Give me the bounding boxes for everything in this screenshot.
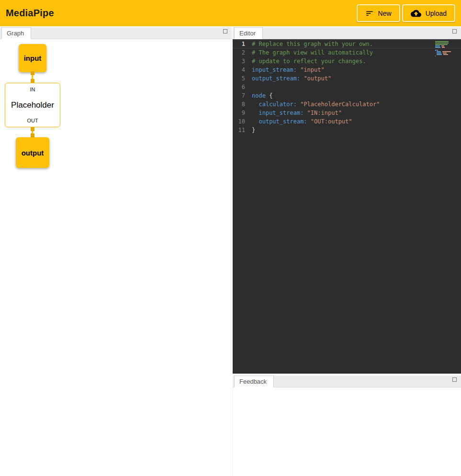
code-lines: 1# Replace this graph with your own.2# T… (233, 40, 461, 134)
graph-node-placeholder[interactable]: IN Placeholder OUT (5, 83, 60, 127)
line-content: input_stream: "input" (252, 66, 325, 74)
line-number: 6 (233, 83, 252, 91)
line-content: input_stream: "IN:input" (252, 109, 342, 117)
line-number: 3 (233, 57, 252, 66)
code-editor[interactable]: 1# Replace this graph with your own.2# T… (233, 39, 461, 374)
graph-node-placeholder-label: Placeholder (11, 100, 54, 110)
line-content: # update to reflect your changes. (252, 57, 366, 66)
code-line[interactable]: 6 (233, 83, 461, 91)
line-content: # Replace this graph with your own. (252, 40, 373, 48)
placeholder-in-port-label: IN (30, 87, 35, 92)
line-content: output_stream: "output" (252, 74, 331, 83)
graph-node-input-label: input (24, 54, 42, 62)
app-title: MediaPipe (6, 8, 54, 19)
code-line[interactable]: 10 output_stream: "OUT:output" (233, 117, 461, 126)
code-line[interactable]: 7node { (233, 91, 461, 100)
cloud-upload-icon (411, 8, 421, 19)
code-line[interactable]: 8 calculator: "PlaceholderCalculator" (233, 100, 461, 109)
graph-node-output[interactable]: output (16, 137, 49, 168)
upload-button[interactable]: Upload (402, 4, 455, 22)
line-number: 4 (233, 66, 252, 74)
line-number: 7 (233, 91, 252, 100)
tab-editor[interactable]: Editor (234, 27, 263, 39)
app-header: MediaPipe New Upload (0, 0, 461, 26)
tab-graph[interactable]: Graph (1, 27, 31, 39)
line-number: 8 (233, 100, 252, 109)
line-content: node { (252, 91, 272, 100)
graph-node-input[interactable]: input (19, 44, 46, 72)
code-line[interactable]: 9 input_stream: "IN:input" (233, 109, 461, 117)
code-line[interactable]: 5output_stream: "output" (233, 74, 461, 83)
code-line[interactable]: 2# The graph view will automatically (233, 48, 461, 57)
sort-lines-icon (365, 9, 374, 18)
line-number: 11 (233, 126, 252, 134)
line-content: # The graph view will automatically (252, 48, 373, 57)
line-number: 1 (233, 40, 252, 48)
line-number: 5 (233, 74, 252, 83)
editor-maximize-icon[interactable] (452, 29, 457, 33)
graph-port-input-out[interactable] (31, 71, 34, 75)
editor-panel-header: Editor (233, 26, 461, 39)
line-content: output_stream: "OUT:output" (252, 117, 352, 126)
editor-panel: Editor 1# Replace this graph with your o… (233, 26, 461, 374)
line-number: 9 (233, 109, 252, 117)
upload-button-label: Upload (426, 10, 447, 17)
feedback-panel: Feedback (233, 375, 461, 476)
placeholder-out-port-label: OUT (27, 118, 38, 123)
line-number: 2 (233, 48, 252, 57)
feedback-maximize-icon[interactable] (452, 377, 457, 382)
header-actions: New Upload (357, 4, 455, 22)
graph-canvas[interactable]: input IN Placeholder OUT output (0, 39, 232, 476)
feedback-panel-header: Feedback (233, 375, 461, 387)
code-line[interactable]: 11} (233, 126, 461, 134)
new-button-label: New (378, 10, 392, 17)
line-number: 10 (233, 117, 252, 126)
editor-minimap[interactable] (435, 41, 455, 57)
line-content: calculator: "PlaceholderCalculator" (252, 100, 380, 109)
main-layout: Graph input IN Placeholder OUT output (0, 26, 461, 476)
new-button[interactable]: New (357, 4, 400, 22)
graph-panel: Graph input IN Placeholder OUT output (0, 26, 232, 476)
tab-feedback[interactable]: Feedback (234, 376, 274, 387)
graph-port-placeholder-in[interactable] (31, 79, 34, 83)
feedback-content[interactable] (233, 387, 461, 476)
code-line[interactable]: 4input_stream: "input" (233, 66, 461, 74)
code-line[interactable]: 3# update to reflect your changes. (233, 57, 461, 66)
line-content: } (252, 126, 255, 134)
graph-maximize-icon[interactable] (223, 29, 227, 33)
graph-port-placeholder-out[interactable] (31, 127, 34, 131)
right-column: Editor 1# Replace this graph with your o… (233, 26, 461, 476)
graph-node-output-label: output (22, 149, 44, 157)
code-line[interactable]: 1# Replace this graph with your own. (233, 40, 461, 48)
graph-port-output-in[interactable] (31, 133, 34, 137)
graph-panel-header: Graph (0, 26, 232, 39)
